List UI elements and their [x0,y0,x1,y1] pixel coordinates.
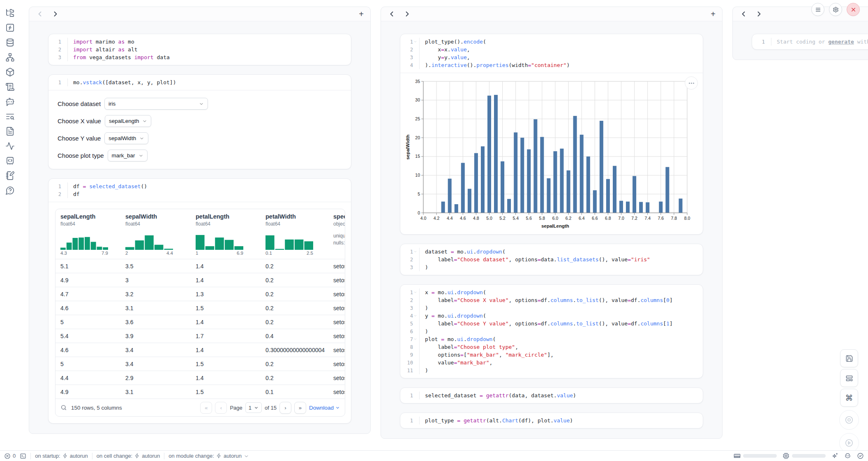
runtime-config-item[interactable]: on startup:autorun [35,453,88,459]
column-next-button[interactable] [51,10,60,18]
line-number: 4 [400,312,419,320]
runtime-config-item[interactable]: on cell change:autorun [97,453,160,459]
dropdown-select[interactable]: sepalLength [105,115,152,127]
column-prev-button[interactable] [388,10,396,18]
table-row: 4.931.40.2setos [55,273,345,287]
errors-indicator[interactable]: 0 [4,453,16,459]
code-cell-plot-type: 1plot_type = getattr(alt.Chart(df), plot… [400,413,703,429]
dropdown-select[interactable]: sepalWidth [104,132,148,144]
svg-text:5.2: 5.2 [499,216,506,221]
code-editor[interactable]: 1plot_type = getattr(alt.Chart(df), plot… [400,413,703,428]
line-number: 3 [400,263,419,271]
code-editor[interactable]: 1import marimo as mo2import altair as al… [48,34,351,65]
svg-text:sepalWidth: sepalWidth [405,134,410,159]
file-tree-icon[interactable] [5,8,15,18]
chart-output: 4.04.24.44.64.85.05.25.45.65.86.06.26.46… [400,73,703,234]
fold-chevron-icon[interactable] [413,290,418,295]
svg-text:5.8: 5.8 [539,216,545,221]
svg-text:5.6: 5.6 [526,216,532,221]
document-icon[interactable] [5,127,15,136]
zap-icon [134,453,140,459]
ai-sparkles-button[interactable] [831,452,838,459]
settings-gear-button[interactable] [829,3,842,16]
dropdown-label: Choose dataset [58,100,101,107]
table-row: 53.61.40.2setos [55,315,345,329]
activity-icon[interactable] [5,141,15,151]
code-editor[interactable]: 1selected_dataset = getattr(data, datase… [400,388,703,403]
fold-chevron-icon[interactable] [413,314,418,318]
stop-button[interactable] [839,410,859,430]
close-button[interactable] [847,3,860,16]
cpu-meter [783,452,826,459]
code-editor[interactable]: 1x = mo.ui.dropdown(2 label="Choose X va… [400,285,703,378]
table-row: 53.41.50.2setos [55,357,345,371]
prev-page-button[interactable]: ‹ [215,402,227,414]
column-next-button[interactable] [403,10,411,18]
function-square-icon[interactable] [5,23,15,32]
download-button[interactable]: Download [309,405,340,411]
search-icon[interactable] [60,404,67,411]
column-next-button[interactable] [755,10,763,18]
table-summary: 150 rows, 5 columns [71,405,122,411]
command-palette-button[interactable]: ⌘ [840,389,858,407]
generate-with-ai-link[interactable]: generate [828,39,854,45]
window-controls [811,3,860,16]
code-editor[interactable]: 1mo.vstack([dataset, x, y, plot]) [48,75,351,90]
column-header[interactable]: sepalWidthfloat64 24.4 [120,213,191,259]
run-button[interactable] [839,433,859,453]
first-page-button[interactable]: « [200,402,212,414]
fold-chevron-icon[interactable] [413,337,418,341]
scratchpad-icon[interactable] [5,171,15,180]
dependency-graph-icon[interactable] [5,53,15,62]
column-prev-button[interactable] [739,10,748,18]
notebook-columns: + 1import marimo as mo2import altair as … [29,7,868,439]
line-number: 2 [400,46,419,53]
svg-text:8.0: 8.0 [684,216,690,221]
column-histogram [125,231,173,250]
dropdown-select[interactable]: iris [104,98,208,110]
line-number: 2 [400,296,419,304]
database-icon[interactable] [5,38,15,47]
line-number: 9 [400,351,419,359]
layout-button[interactable] [840,369,858,387]
dropdown-label: Choose Y value [58,135,101,142]
copilot-button[interactable] [844,452,851,459]
code-editor[interactable]: 1 Start coding or generate with [752,34,868,49]
svg-text:6.4: 6.4 [579,216,585,221]
column-header[interactable]: petalWidthfloat64 0.12.5 [261,213,328,259]
code-editor[interactable]: 1df = selected_dataset()2df [48,179,351,202]
svg-text:4.6: 4.6 [460,216,466,221]
save-button[interactable] [840,349,858,367]
menu-button[interactable] [811,3,824,16]
column-1-body: 1import marimo as mo2import altair as al… [29,21,370,433]
scroll-text-icon[interactable] [5,82,15,92]
svg-text:4.0: 4.0 [420,216,427,221]
fold-chevron-icon[interactable] [413,40,418,44]
next-page-button[interactable]: › [279,402,291,414]
column-header[interactable]: sepalLengthfloat64 4.37.9 [55,213,120,259]
help-icon[interactable] [5,186,15,195]
column-prev-button[interactable] [36,10,44,18]
chart-menu-button[interactable] [685,76,698,90]
column-header[interactable]: speciobjecuniqunulls: [328,213,345,259]
connection-status-icon[interactable] [857,452,864,459]
fold-chevron-icon[interactable] [413,250,418,254]
svg-text:30: 30 [415,97,420,102]
page-select[interactable]: 1 [245,402,262,413]
code-editor[interactable]: 1dataset = mo.ui.dropdown(2 label="Choos… [400,244,703,275]
text-search-icon[interactable] [5,112,15,121]
column-header[interactable]: petalLengthfloat64 16.9 [191,213,261,259]
svg-text:6.0: 6.0 [552,216,559,221]
add-column-button[interactable]: + [711,10,716,18]
last-page-button[interactable]: » [294,402,306,414]
dropdown-row: Choose datasetiris [58,98,342,110]
terminal-button[interactable] [20,453,26,459]
package-icon[interactable] [5,67,15,77]
line-number: 11 [400,366,419,374]
snippets-icon[interactable] [5,156,15,166]
add-column-button[interactable]: + [359,10,364,18]
runtime-config-item[interactable]: on module change:autorun [169,453,249,459]
chat-bot-icon[interactable] [5,97,15,106]
dropdown-select[interactable]: mark_bar [108,150,148,161]
code-editor[interactable]: 1plot_type().encode(2 x=x.value,3 y=y.va… [400,34,703,73]
